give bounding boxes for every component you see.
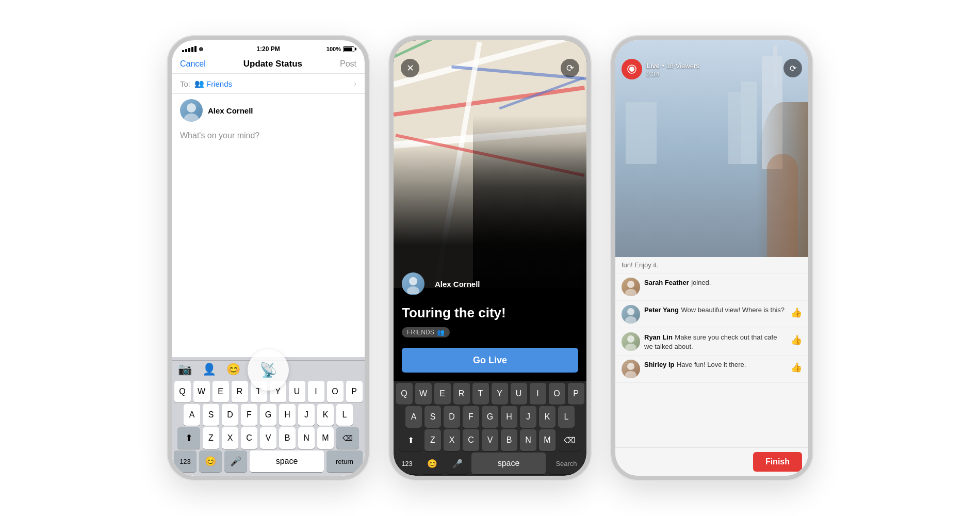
mute-button[interactable] — [168, 112, 169, 133]
volume-down-button[interactable] — [168, 177, 169, 208]
key-s[interactable]: S — [203, 404, 219, 426]
like-button-peter[interactable]: 👍 — [791, 305, 802, 318]
dk-space[interactable]: space — [471, 453, 546, 474]
status-placeholder: What's on your mind? — [180, 131, 259, 140]
key-shift[interactable]: ⬆ — [177, 427, 200, 449]
key-g[interactable]: G — [260, 404, 276, 426]
dk-h[interactable]: H — [501, 406, 517, 428]
key-a[interactable]: A — [184, 404, 200, 426]
comment-item-ryan: Ryan Lin Make sure you check out that ca… — [615, 328, 808, 356]
key-p[interactable]: P — [346, 381, 363, 402]
cancel-button[interactable]: Cancel — [180, 59, 206, 69]
dk-bottom-row: 123 😊 🎤 space Search — [396, 453, 584, 474]
finish-button[interactable]: Finish — [753, 452, 802, 472]
mute-button-3[interactable] — [611, 112, 613, 133]
dk-delete[interactable]: ⌫ — [558, 429, 581, 451]
peter-avatar — [622, 305, 640, 324]
key-u[interactable]: U — [289, 381, 305, 402]
dk-y[interactable]: Y — [492, 383, 508, 405]
key-z[interactable]: Z — [203, 427, 219, 449]
post-button[interactable]: Post — [340, 59, 356, 69]
key-x[interactable]: X — [222, 427, 238, 449]
like-button-ryan[interactable]: 👍 — [791, 332, 802, 346]
key-delete[interactable]: ⌫ — [336, 427, 359, 449]
go-live-button[interactable]: Go Live — [402, 348, 578, 373]
dk-v[interactable]: V — [482, 429, 498, 451]
dk-m[interactable]: M — [539, 429, 556, 451]
dk-e[interactable]: E — [434, 383, 451, 405]
bullet-separator: • — [662, 62, 666, 70]
dk-k[interactable]: K — [539, 406, 556, 428]
dk-123[interactable]: 123 — [396, 453, 418, 474]
dk-c[interactable]: C — [463, 429, 479, 451]
audience-selector[interactable]: Friends — [206, 79, 232, 88]
key-q[interactable]: Q — [174, 381, 191, 402]
dk-t[interactable]: T — [472, 383, 489, 405]
like-button-shirley[interactable]: 👍 — [791, 360, 802, 373]
dk-search[interactable]: Search — [548, 453, 584, 474]
dk-s[interactable]: S — [424, 406, 441, 428]
dk-p[interactable]: P — [568, 383, 584, 405]
key-f[interactable]: F — [241, 404, 257, 426]
key-c[interactable]: C — [241, 427, 257, 449]
dk-d[interactable]: D — [444, 406, 460, 428]
key-v[interactable]: V — [260, 427, 276, 449]
key-e[interactable]: E — [213, 381, 229, 402]
to-row[interactable]: To: 👥 Friends › — [172, 74, 365, 94]
emoji-icon[interactable]: 😊 — [226, 363, 240, 376]
dk-g[interactable]: G — [482, 406, 498, 428]
flip-camera-button-3[interactable]: ⟳ — [783, 59, 802, 77]
key-mic[interactable]: 🎤 — [224, 450, 247, 472]
key-r[interactable]: R — [232, 381, 248, 402]
dk-u[interactable]: U — [511, 383, 527, 405]
mute-button-2[interactable] — [389, 112, 391, 133]
dk-a[interactable]: A — [405, 406, 422, 428]
key-return[interactable]: return — [326, 450, 363, 472]
key-h[interactable]: H — [279, 404, 296, 426]
key-w[interactable]: W — [193, 381, 210, 402]
volume-up-button[interactable] — [168, 141, 169, 172]
volume-down-button-3[interactable] — [611, 177, 613, 208]
key-i[interactable]: I — [308, 381, 324, 402]
dk-i[interactable]: I — [530, 383, 546, 405]
dk-f[interactable]: F — [463, 406, 479, 428]
dk-b[interactable]: B — [501, 429, 517, 451]
dk-mic[interactable]: 🎤 — [446, 453, 469, 474]
first-comment: fun! Enjoy it. — [615, 257, 808, 273]
key-d[interactable]: D — [222, 404, 238, 426]
dk-shift[interactable]: ⬆ — [399, 429, 422, 451]
camera-icon[interactable]: 📷 — [178, 363, 192, 376]
volume-down-button-2[interactable] — [389, 177, 391, 208]
dk-o[interactable]: O — [549, 383, 565, 405]
key-k[interactable]: K — [317, 404, 334, 426]
svg-point-11 — [625, 344, 636, 351]
status-input[interactable]: What's on your mind? — [172, 127, 365, 357]
key-123[interactable]: 123 — [174, 450, 197, 472]
key-o[interactable]: O — [327, 381, 344, 402]
power-button-2[interactable] — [589, 149, 591, 195]
dk-r[interactable]: R — [453, 383, 470, 405]
key-b[interactable]: B — [279, 427, 296, 449]
volume-up-button-3[interactable] — [611, 141, 613, 172]
dk-x[interactable]: X — [444, 429, 460, 451]
key-l[interactable]: L — [336, 404, 353, 426]
key-m[interactable]: M — [317, 427, 334, 449]
key-emoji[interactable]: 😊 — [199, 450, 222, 472]
dk-emoji[interactable]: 😊 — [421, 453, 444, 474]
tag-people-icon[interactable]: 👤 — [202, 363, 216, 376]
dk-w[interactable]: W — [415, 383, 432, 405]
dk-l[interactable]: L — [558, 406, 575, 428]
flip-camera-button[interactable]: ⟳ — [561, 59, 579, 77]
dk-z[interactable]: Z — [424, 429, 441, 451]
dk-j[interactable]: J — [520, 406, 536, 428]
live-button-highlight[interactable]: 📡 — [248, 349, 289, 391]
volume-up-button-2[interactable] — [389, 141, 391, 172]
power-button-3[interactable] — [811, 149, 812, 195]
key-n[interactable]: N — [298, 427, 315, 449]
dk-n[interactable]: N — [520, 429, 536, 451]
close-button[interactable]: ✕ — [401, 59, 419, 77]
key-space[interactable]: space — [250, 450, 324, 472]
power-button[interactable] — [367, 149, 369, 195]
key-j[interactable]: J — [298, 404, 315, 426]
dk-q[interactable]: Q — [396, 383, 413, 405]
